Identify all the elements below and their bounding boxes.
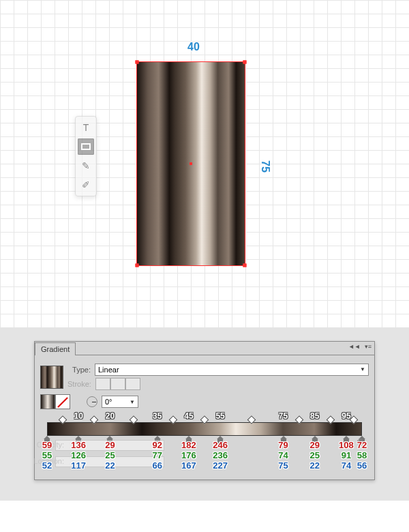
position-label: 10 bbox=[74, 411, 83, 421]
g-value: 77 bbox=[152, 450, 162, 460]
chevron-down-icon: ▼ bbox=[360, 364, 365, 375]
b-value: 56 bbox=[357, 460, 367, 471]
rgb-values-grid: Opacity: Location: 595552136126117292522… bbox=[47, 440, 362, 473]
b-value: 167 bbox=[181, 460, 196, 471]
g-value: 25 bbox=[105, 450, 115, 460]
gradient-ramp[interactable] bbox=[47, 422, 362, 436]
rgb-column: 1089174 bbox=[339, 440, 354, 471]
position-label: 20 bbox=[106, 411, 115, 421]
height-dimension-label: 75 bbox=[259, 160, 271, 173]
tools-toolbar: T ✎ ✐ bbox=[75, 116, 97, 196]
rgb-column: 136126117 bbox=[71, 440, 86, 471]
b-value: 227 bbox=[213, 460, 228, 471]
position-label: 75 bbox=[279, 411, 288, 421]
r-value: 136 bbox=[71, 440, 86, 450]
g-value: 58 bbox=[357, 450, 367, 460]
b-value: 117 bbox=[71, 460, 86, 471]
panel-collapse-icon[interactable]: ◄◄ bbox=[348, 343, 361, 350]
b-value: 22 bbox=[309, 460, 319, 471]
b-value: 74 bbox=[339, 460, 354, 471]
rgb-column: 797475 bbox=[278, 440, 288, 471]
type-dropdown[interactable]: Linear ▼ bbox=[95, 364, 369, 376]
rgb-column: 246236227 bbox=[213, 440, 228, 471]
g-value: 126 bbox=[71, 450, 86, 460]
rectangle-icon bbox=[81, 143, 91, 150]
rgb-column: 595552 bbox=[42, 440, 52, 471]
b-value: 66 bbox=[152, 460, 162, 471]
g-value: 91 bbox=[339, 450, 354, 460]
rgb-column: 927766 bbox=[152, 440, 162, 471]
r-value: 92 bbox=[152, 440, 162, 450]
g-value: 25 bbox=[309, 450, 319, 460]
g-value: 55 bbox=[42, 450, 52, 460]
position-label: 85 bbox=[310, 411, 319, 421]
angle-value: 0° bbox=[105, 398, 112, 406]
r-value: 72 bbox=[357, 440, 367, 450]
r-value: 246 bbox=[213, 440, 228, 450]
stroke-seg-1[interactable] bbox=[95, 378, 110, 390]
b-value: 75 bbox=[278, 460, 288, 471]
type-tool[interactable]: T bbox=[78, 119, 94, 136]
chevron-down-icon: ▼ bbox=[130, 399, 135, 405]
position-label: 35 bbox=[153, 411, 162, 421]
width-dimension-label: 40 bbox=[187, 41, 200, 53]
g-value: 236 bbox=[213, 450, 228, 460]
stroke-label: Stroke: bbox=[67, 380, 91, 388]
r-value: 29 bbox=[309, 440, 319, 450]
selected-rectangle-shape[interactable] bbox=[136, 61, 245, 266]
stroke-alignment-group bbox=[95, 378, 140, 390]
selection-handle-tr[interactable] bbox=[243, 61, 247, 64]
selection-center bbox=[190, 162, 192, 165]
rectangle-tool[interactable] bbox=[78, 138, 94, 155]
r-value: 108 bbox=[339, 440, 354, 450]
none-swatch[interactable] bbox=[55, 394, 70, 409]
selection-handle-tl[interactable] bbox=[136, 61, 139, 64]
rgb-column: 725856 bbox=[357, 440, 367, 471]
selection-handle-bl[interactable] bbox=[136, 264, 139, 267]
g-value: 176 bbox=[181, 450, 196, 460]
tab-gradient[interactable]: Gradient bbox=[35, 342, 76, 355]
position-label: 55 bbox=[215, 411, 224, 421]
eyedropper-tool[interactable]: ✐ bbox=[78, 177, 94, 193]
rgb-column: 182176167 bbox=[181, 440, 196, 471]
type-value: Linear bbox=[98, 364, 119, 375]
r-value: 79 bbox=[278, 440, 288, 450]
gradient-preview-swatch[interactable] bbox=[40, 366, 63, 389]
fill-swatch[interactable] bbox=[40, 394, 55, 409]
canvas[interactable]: 40 75 T ✎ ✐ bbox=[0, 0, 409, 327]
r-value: 182 bbox=[181, 440, 196, 450]
stroke-seg-2[interactable] bbox=[110, 378, 125, 390]
rgb-column: 292522 bbox=[309, 440, 319, 471]
panel-menu-icon[interactable]: ▾≡ bbox=[365, 343, 372, 350]
gradient-slider[interactable]: 🗑 bbox=[47, 422, 362, 436]
brush-tool[interactable]: ✎ bbox=[78, 158, 94, 174]
b-value: 52 bbox=[42, 460, 52, 471]
rgb-column: 292522 bbox=[105, 440, 115, 471]
r-value: 59 bbox=[42, 440, 52, 450]
stroke-seg-3[interactable] bbox=[125, 378, 140, 390]
position-label: 45 bbox=[184, 411, 193, 421]
b-value: 22 bbox=[105, 460, 115, 471]
angle-icon bbox=[87, 396, 97, 407]
angle-input[interactable]: 0° ▼ bbox=[102, 396, 138, 408]
g-value: 74 bbox=[278, 450, 288, 460]
gradient-panel: ◄◄ ▾≡ Gradient Type: Linear ▼ St bbox=[34, 341, 375, 480]
selection-handle-br[interactable] bbox=[243, 264, 247, 267]
type-label: Type: bbox=[67, 366, 91, 374]
r-value: 29 bbox=[105, 440, 115, 450]
